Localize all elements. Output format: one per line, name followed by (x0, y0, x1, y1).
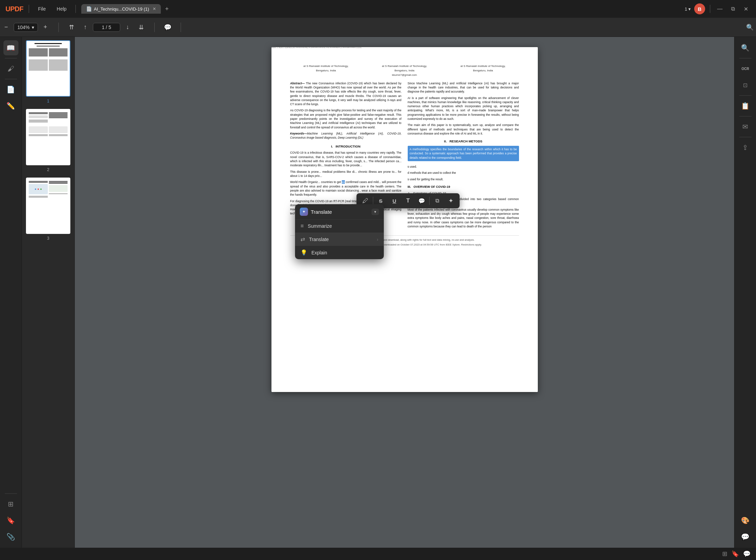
paperclip-icon[interactable]: 📎 (3, 529, 18, 544)
close-button[interactable]: ✕ (741, 4, 751, 14)
thumbnail-page-1[interactable]: 1 (25, 40, 71, 103)
type-tool-btn[interactable]: T (402, 195, 414, 207)
popup-item-summarize-left: ≡ Summarize (300, 223, 332, 229)
color-palette-icon[interactable]: 🎨 (738, 513, 753, 528)
zoom-display[interactable]: 104% ▾ (14, 23, 38, 32)
ocr-icon[interactable]: OCR (738, 61, 753, 76)
footer-layers-icon[interactable]: ⊞ (722, 550, 727, 558)
popup-ai-logo: ✦ (300, 208, 308, 216)
popup-header: ✦ Translate ▾ (295, 204, 384, 220)
right-sep-1 (739, 58, 752, 58)
popup-header-left: ✦ Translate (300, 208, 332, 216)
mail-icon[interactable]: ✉ (738, 119, 753, 134)
search-button[interactable]: 🔍 (744, 21, 756, 33)
toolbar: − 104% ▾ + ⇈ ↑ 1 / 5 ↓ ⇊ 💬 🔍 (0, 18, 756, 37)
comment-tool-btn[interactable]: 💬 (416, 195, 428, 207)
zoom-dropdown-icon: ▾ (32, 25, 34, 30)
sidebar-sep-3 (5, 493, 17, 494)
header-col-3: at S Ramaiah Institute of Technology, Be… (447, 64, 519, 77)
export-icon[interactable]: ⇪ (738, 140, 753, 155)
menu-help[interactable]: Help (53, 5, 70, 13)
tab-label: AI_Techniqu...COVID-19 (1) (94, 6, 149, 12)
thumbnail-page-2[interactable]: 2 (25, 109, 71, 172)
layers-icon[interactable]: ⊞ (3, 496, 18, 512)
header-col-1-line2: Bengaluru, India (290, 69, 362, 72)
thumbnail-panel: 1 (22, 37, 75, 548)
right-methods-para1: s used. (408, 165, 519, 169)
tab-close-btn[interactable]: ✕ (153, 6, 156, 11)
document-icon[interactable]: 📄 (3, 82, 18, 97)
right-methods-para2: d methods that are used to collect the (408, 171, 519, 175)
popup-item-explain-label: Explain (311, 250, 327, 255)
page-nav-controls: ⇈ ↑ 1 / 5 ↓ ⇊ (66, 21, 148, 33)
popup-item-translate-left: ⇄ Translate (300, 236, 329, 242)
translate-icon: ⇄ (300, 236, 305, 242)
reader-icon[interactable]: 📖 (3, 40, 18, 55)
page-indicator[interactable]: 1 / 5 (93, 23, 120, 32)
abstract-label: Abstract— (290, 82, 305, 85)
user-avatar[interactable]: B (694, 3, 705, 14)
doc-convert-icon[interactable]: 📋 (738, 98, 753, 113)
header-col-1-line1: at S Ramaiah Institute of Technology, (290, 64, 362, 68)
subsection-a-para2: Most of the patients infected with coron… (408, 208, 519, 229)
footer-bookmark-icon[interactable]: 🔖 (731, 550, 739, 558)
titlebar-divider-3 (710, 5, 710, 13)
thumb-label-2: 2 (47, 167, 50, 172)
section2-highlight: A methodology specifies the boundaries o… (408, 146, 519, 161)
right-sep-3 (739, 116, 752, 116)
header-col-2-line1: at S Ramaiah Institute of Technology, (369, 64, 440, 68)
popup-item-translate[interactable]: ⇄ Translate › (295, 233, 384, 246)
app-logo: UPDF (5, 5, 23, 13)
maximize-button[interactable]: ⧉ (728, 4, 738, 14)
chat-icon[interactable]: 💬 (738, 529, 753, 544)
popup-item-explain-left: 💡 Explain (300, 249, 327, 256)
section1-header: I. Introduction (290, 144, 402, 149)
summarize-icon: ≡ (300, 223, 304, 229)
tab-pdf-icon: 📄 (86, 6, 92, 12)
right-sidebar: 🔍 OCR ⊡ 📋 ✉ ⇪ 🎨 💬 (734, 37, 756, 548)
right-methods-para3: s used for getting the result. (408, 177, 519, 181)
add-tool-btn[interactable]: ✦ (445, 195, 457, 207)
new-tab-button[interactable]: + (162, 4, 172, 14)
pdf-viewer[interactable]: 2022 International Conference for Advanc… (75, 37, 734, 548)
page-next-button[interactable]: ↓ (122, 21, 134, 33)
page-first-button[interactable]: ⇈ (66, 21, 78, 33)
popup-item-translate-label: Translate (309, 237, 329, 242)
pdf-side-text: 2022 International Conference for Advanc… (271, 47, 447, 49)
toolbar-div-2 (154, 23, 155, 32)
bookmark-icon[interactable]: 🔖 (3, 513, 18, 528)
translate-arrow-icon: › (377, 237, 378, 242)
keywords: Keywords—Machine Learning (ML), Artifici… (290, 131, 402, 140)
right-para1: Since Machine Learning (ML) and Artifici… (408, 81, 519, 94)
brush-icon[interactable]: 🖌 (3, 61, 18, 76)
edit-icon[interactable]: ✏️ (3, 98, 18, 113)
zoom-out-button[interactable]: − (0, 21, 12, 33)
menu-file[interactable]: File (34, 5, 49, 13)
popup-item-explain[interactable]: 💡 Explain (295, 246, 384, 259)
page-last-button[interactable]: ⇊ (135, 21, 148, 33)
thumbnail-page-3[interactable]: 3 (25, 178, 71, 241)
zoom-in-button[interactable]: + (39, 21, 52, 33)
popup-item-summarize[interactable]: ≡ Summarize (295, 220, 384, 233)
main-area: 📖 🖌 📄 ✏️ ⊞ 🔖 📎 (0, 37, 756, 548)
search-right-icon[interactable]: 🔍 (738, 40, 753, 55)
context-menu: ✦ Translate ▾ ≡ Summarize ⇄ Translate › (295, 204, 384, 259)
page-nav: 1 ▾ (685, 6, 691, 12)
scan-icon[interactable]: ⊡ (738, 78, 753, 93)
tab-covid[interactable]: 📄 AI_Techniqu...COVID-19 (1) ✕ (81, 4, 161, 14)
footer-chat-icon[interactable]: 💬 (743, 550, 751, 558)
right-para2: AI is a part of software engineering tha… (408, 96, 519, 121)
abstract-body: Abstract— The new Coronavirus infection … (290, 81, 402, 107)
comment-button[interactable]: 💬 (162, 21, 174, 33)
copy-tool-btn[interactable]: ⧉ (431, 195, 443, 207)
sidebar-sep-2 (5, 79, 17, 79)
header-col-3-line1: at S Ramaiah Institute of Technology, (447, 64, 519, 68)
toolbar-div-1 (58, 23, 59, 32)
zoom-controls: − 104% ▾ + (0, 21, 52, 33)
popup-dropdown-button[interactable]: ▾ (372, 209, 379, 215)
minimize-button[interactable]: — (715, 4, 725, 14)
header-col-2: at S Ramaiah Institute of Technology, Be… (369, 64, 440, 77)
header-col-3-line2: Bengaluru, India (447, 69, 519, 72)
underline-tool-btn[interactable]: U (388, 195, 401, 207)
page-prev-button[interactable]: ↑ (79, 21, 92, 33)
